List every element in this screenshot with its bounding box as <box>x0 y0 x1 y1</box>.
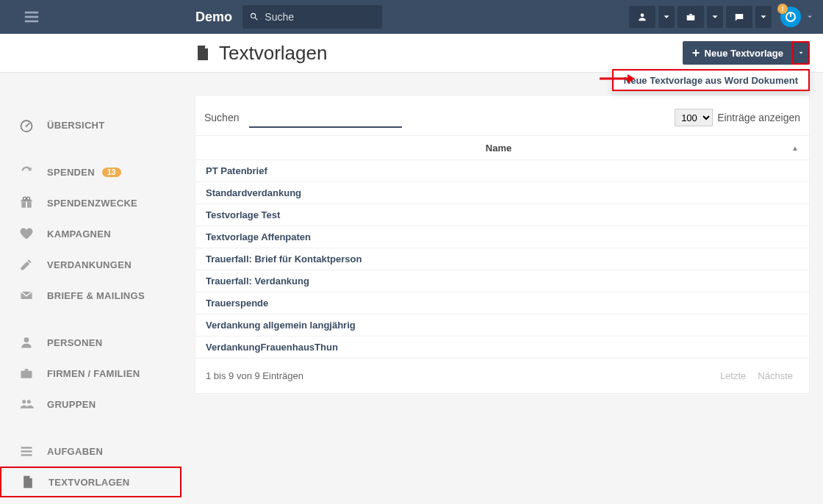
menu-toggle[interactable] <box>15 0 48 34</box>
panel-controls: Suchen 100 Einträge anzeigen <box>195 96 809 135</box>
search-icon <box>250 12 259 22</box>
sidebar-item--bersicht[interactable]: ÜBERSICHT <box>0 109 182 140</box>
search-label: Suchen <box>204 112 239 123</box>
table-footer: 1 bis 9 von 9 Einträgen Letzte Nächste <box>195 359 809 393</box>
heart-icon <box>19 226 34 241</box>
new-template-dropdown-toggle[interactable] <box>792 41 810 65</box>
user-icon <box>637 12 647 22</box>
sidebar-item-textvorlagen[interactable]: TEXTVORLAGEN <box>0 467 182 497</box>
sidebar-item-label: FIRMEN / FAMILIEN <box>47 368 140 379</box>
table-info: 1 bis 9 von 9 Einträgen <box>206 370 303 381</box>
new-template-dropdown-item[interactable]: Neue Textvorlage aus Word Dokument <box>612 69 810 91</box>
gift-icon <box>19 195 34 210</box>
messages-caret[interactable] <box>755 6 772 28</box>
sort-asc-icon: ▲ <box>791 144 799 152</box>
new-template-button[interactable]: Neue Textvorlage <box>683 41 792 65</box>
sidebar-item-label: AUFGABEN <box>47 446 103 457</box>
sidebar-item-label: SPENDENZWECKE <box>47 198 137 209</box>
table-row: Testvorlage Test <box>195 204 809 226</box>
topbar-actions: ! <box>629 6 823 28</box>
entries-label: Einträge anzeigen <box>717 112 800 123</box>
caret-down-icon <box>797 49 805 57</box>
power-icon <box>785 11 797 23</box>
briefcase-icon <box>19 366 34 381</box>
table-row: PT Patenbrief <box>195 160 809 182</box>
template-link[interactable]: VerdankungFrauenhausThun <box>206 342 338 353</box>
caret-down-icon <box>661 12 672 22</box>
prev-page[interactable]: Letzte <box>714 367 752 384</box>
sidebar-item-aufgaben[interactable]: AUFGABEN <box>0 436 182 467</box>
brand-label: Demo <box>195 10 232 25</box>
file-icon <box>21 475 35 489</box>
briefcase-icon <box>686 12 696 22</box>
table-header[interactable]: Name ▲ <box>195 135 809 160</box>
sidebar-item-gruppen[interactable]: GRUPPEN <box>0 389 182 420</box>
sidebar-item-verdankungen[interactable]: VERDANKUNGEN <box>0 249 182 280</box>
refresh-icon <box>19 165 34 179</box>
sidebar-item-firmen-familien[interactable]: FIRMEN / FAMILIEN <box>0 358 182 389</box>
sidebar-item-spenden[interactable]: SPENDEN13 <box>0 156 182 187</box>
caret-down-icon <box>758 12 769 22</box>
sidebar-item-label: KAMPAGNEN <box>47 228 111 240</box>
sidebar-item-label: TEXTVORLAGEN <box>48 477 130 488</box>
next-page[interactable]: Nächste <box>752 367 799 384</box>
edit-icon <box>19 257 34 272</box>
table-row: Standardverdankung <box>195 182 809 204</box>
table-row: Verdankung allgemein langjährig <box>195 314 809 336</box>
messages-button[interactable] <box>726 6 752 28</box>
users-icon <box>19 397 34 411</box>
template-link[interactable]: Trauerfall: Verdankung <box>206 276 309 287</box>
alert-badge: ! <box>777 4 788 14</box>
badge: 13 <box>102 168 121 177</box>
plus-icon <box>691 48 700 57</box>
table-row: Trauerfall: Verdankung <box>195 270 809 292</box>
template-link[interactable]: Testvorlage Test <box>206 209 280 220</box>
message-icon <box>734 12 744 22</box>
templates-table: Name ▲ PT PatenbriefStandardverdankungTe… <box>195 135 809 359</box>
org-menu-caret[interactable] <box>707 6 723 28</box>
template-link[interactable]: Standardverdankung <box>206 187 301 198</box>
sidebar-item-label: VERDANKUNGEN <box>47 259 132 270</box>
sidebar-item-label: SPENDEN <box>47 167 95 178</box>
user-menu-button[interactable] <box>629 6 655 28</box>
dashboard-icon <box>19 118 34 132</box>
sidebar-item-label: GRUPPEN <box>47 399 96 410</box>
topbar: Demo ! <box>0 0 823 34</box>
org-menu-button[interactable] <box>678 6 704 28</box>
template-link[interactable]: Trauerfall: Brief für Kontaktperson <box>206 253 362 264</box>
template-link[interactable]: Trauerspende <box>206 298 268 309</box>
template-link[interactable]: Verdankung allgemein langjährig <box>206 320 356 331</box>
global-search[interactable] <box>242 5 382 29</box>
caret-down-icon <box>805 12 814 21</box>
envelope-icon <box>19 288 34 303</box>
user-menu-caret[interactable] <box>658 6 675 28</box>
sidebar-item-spendenzwecke[interactable]: SPENDENZWECKE <box>0 187 182 218</box>
sidebar-item-kampagnen[interactable]: KAMPAGNEN <box>0 218 182 249</box>
sidebar-item-label: ÜBERSICHT <box>47 120 105 131</box>
file-icon <box>194 44 212 62</box>
template-link[interactable]: PT Patenbrief <box>206 165 267 176</box>
sidebar: ÜBERSICHTSPENDEN13SPENDENZWECKEKAMPAGNEN… <box>0 73 182 504</box>
templates-panel: Suchen 100 Einträge anzeigen Name ▲ PT P… <box>195 95 810 394</box>
sidebar-item-label: BRIEFE & MAILINGS <box>47 290 145 301</box>
table-row: VerdankungFrauenhausThun <box>195 336 809 359</box>
page-header: Textvorlagen Neue Textvorlage <box>0 34 823 73</box>
table-search-input[interactable] <box>249 107 402 128</box>
template-link[interactable]: Textvorlage Affenpaten <box>206 231 311 242</box>
bars-icon <box>24 9 40 25</box>
dropdown-item-label: Neue Textvorlage aus Word Dokument <box>624 75 798 86</box>
column-name: Name <box>206 143 791 154</box>
sidebar-item-personen[interactable]: PERSONEN <box>0 327 182 358</box>
page-size-select[interactable]: 100 <box>675 109 713 126</box>
table-row: Trauerfall: Brief für Kontaktperson <box>195 248 809 270</box>
table-row: Trauerspende <box>195 292 809 314</box>
page-title: Textvorlagen <box>219 42 327 65</box>
user-icon <box>19 335 34 350</box>
tasks-icon <box>19 444 34 458</box>
power-menu[interactable]: ! <box>780 7 814 27</box>
main-content: Suchen 100 Einträge anzeigen Name ▲ PT P… <box>182 73 823 504</box>
table-row: Textvorlage Affenpaten <box>195 226 809 248</box>
global-search-input[interactable] <box>265 11 375 23</box>
sidebar-item-briefe-mailings[interactable]: BRIEFE & MAILINGS <box>0 280 182 311</box>
caret-down-icon <box>710 12 720 22</box>
